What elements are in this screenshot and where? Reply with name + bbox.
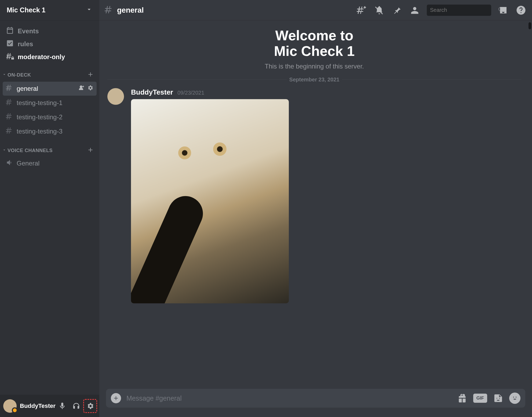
message-composer: Message #general GIF bbox=[99, 387, 532, 417]
sticker-button[interactable] bbox=[493, 393, 504, 404]
pinned-button[interactable] bbox=[391, 5, 403, 16]
deafen-button[interactable] bbox=[70, 399, 83, 413]
message-author[interactable]: BuddyTester bbox=[131, 88, 173, 96]
add-channel-icon[interactable] bbox=[87, 71, 94, 79]
chevron-down-icon bbox=[86, 6, 93, 15]
chat-header: general bbox=[99, 0, 532, 20]
hash-icon bbox=[6, 112, 14, 122]
username: BuddyTester bbox=[20, 402, 56, 409]
sidebar-item-label: rules bbox=[18, 40, 33, 48]
sidebar-item-label: moderator-only bbox=[18, 53, 65, 61]
server-header[interactable]: Mic Check 1 bbox=[0, 0, 99, 20]
message-attachment-image[interactable] bbox=[131, 99, 289, 303]
gift-button[interactable] bbox=[457, 393, 468, 404]
hash-icon bbox=[105, 5, 114, 16]
sidebar-item-label: Events bbox=[18, 27, 39, 35]
gif-button[interactable]: GIF bbox=[473, 394, 487, 403]
date-divider: September 23, 2021 bbox=[107, 77, 521, 83]
category-header-voice[interactable]: VOICE CHANNELS bbox=[0, 146, 99, 156]
welcome-subtitle: This is the beginning of this server. bbox=[107, 63, 521, 70]
channel-label: testing-testing-1 bbox=[17, 99, 93, 107]
hash-icon bbox=[6, 98, 14, 108]
composer-placeholder[interactable]: Message #general bbox=[126, 394, 451, 402]
gear-icon[interactable] bbox=[87, 85, 93, 93]
channel-sidebar: Mic Check 1 Events rules bbox=[0, 0, 99, 417]
search-box[interactable] bbox=[427, 5, 491, 16]
add-channel-icon[interactable] bbox=[87, 146, 94, 155]
category-label: ON-DECK bbox=[8, 72, 31, 78]
chevron-down-icon bbox=[2, 148, 6, 153]
date-divider-label: September 23, 2021 bbox=[287, 77, 342, 83]
status-idle-icon bbox=[12, 407, 18, 413]
search-input[interactable] bbox=[430, 7, 498, 13]
chat-content: Welcome to Mic Check 1 This is the begin… bbox=[99, 20, 532, 387]
speaker-icon bbox=[6, 159, 17, 168]
channel-testing-2[interactable]: testing-testing-2 bbox=[3, 110, 97, 124]
sidebar-scroll: Events rules moderator-only ON-DECK bbox=[0, 20, 99, 395]
message-timestamp: 09/23/2021 bbox=[177, 90, 204, 96]
invite-icon[interactable] bbox=[78, 85, 84, 93]
settings-button[interactable] bbox=[83, 399, 97, 413]
server-name: Mic Check 1 bbox=[7, 6, 46, 14]
emoji-button[interactable] bbox=[509, 393, 520, 404]
members-button[interactable] bbox=[409, 5, 420, 16]
channel-label: testing-testing-2 bbox=[17, 113, 93, 121]
channel-general[interactable]: general bbox=[3, 82, 97, 96]
user-avatar[interactable] bbox=[3, 399, 17, 413]
help-button[interactable] bbox=[515, 5, 527, 16]
channel-label: General bbox=[17, 160, 39, 167]
mute-button[interactable] bbox=[56, 399, 69, 413]
channel-title: general bbox=[117, 6, 144, 15]
sidebar-rules[interactable]: rules bbox=[3, 38, 97, 50]
message-row: BuddyTester 09/23/2021 bbox=[107, 87, 521, 304]
channel-label: general bbox=[17, 85, 78, 92]
calendar-icon bbox=[6, 26, 18, 36]
chat-main: general Welcome to Mic Check 1 bbox=[99, 0, 532, 417]
notifications-muted-button[interactable] bbox=[374, 5, 385, 16]
rules-icon bbox=[6, 39, 18, 49]
channel-testing-3[interactable]: testing-testing-3 bbox=[3, 124, 97, 138]
sidebar-events[interactable]: Events bbox=[3, 25, 97, 37]
message-avatar[interactable] bbox=[107, 88, 124, 105]
threads-button[interactable] bbox=[356, 5, 367, 16]
channel-testing-1[interactable]: testing-testing-1 bbox=[3, 96, 97, 110]
text-channel-list: general testing-testing-1 testing-testin… bbox=[0, 81, 99, 138]
hash-lock-icon bbox=[6, 52, 18, 62]
welcome-line2: Mic Check 1 bbox=[274, 43, 355, 59]
category-header-on-deck[interactable]: ON-DECK bbox=[0, 71, 99, 81]
welcome-block: Welcome to Mic Check 1 This is the begin… bbox=[107, 28, 521, 70]
user-panel: BuddyTester bbox=[0, 395, 99, 417]
category-label: VOICE CHANNELS bbox=[8, 148, 53, 153]
hash-icon bbox=[6, 127, 14, 136]
welcome-line1: Welcome to bbox=[275, 28, 354, 43]
hash-icon bbox=[6, 84, 14, 94]
sidebar-moderator-only[interactable]: moderator-only bbox=[3, 51, 97, 63]
inbox-button[interactable] bbox=[498, 5, 509, 16]
voice-channel-general[interactable]: General bbox=[3, 157, 97, 170]
chevron-down-icon bbox=[2, 72, 6, 78]
channel-label: testing-testing-3 bbox=[17, 128, 93, 135]
attach-button[interactable] bbox=[111, 393, 121, 403]
